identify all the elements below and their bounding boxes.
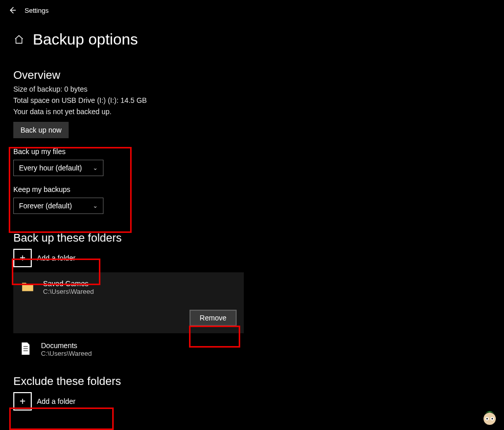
keep-backups-value: Forever (default) xyxy=(19,202,72,210)
selected-folder-name: Saved Games xyxy=(43,280,94,288)
back-button[interactable] xyxy=(6,4,18,16)
svg-point-3 xyxy=(487,418,488,420)
remove-folder-button[interactable]: Remove xyxy=(190,310,237,326)
document-icon xyxy=(18,341,33,356)
add-backup-folder-label: Add a folder xyxy=(37,254,76,262)
svg-point-0 xyxy=(484,413,496,425)
total-space-text: Total space on USB Drive (I:) (I:): 14.5… xyxy=(13,96,504,104)
annotation-highlight xyxy=(9,407,114,430)
backup-folders-heading: Back up these folders xyxy=(13,231,504,245)
chevron-down-icon: ⌄ xyxy=(93,202,98,209)
chevron-down-icon: ⌄ xyxy=(93,164,98,171)
folder-item-path: C:\Users\Wareed xyxy=(41,350,92,357)
selected-folder-path: C:\Users\Wareed xyxy=(43,288,94,295)
app-title: Settings xyxy=(25,7,49,14)
add-backup-folder-button[interactable]: + Add a folder xyxy=(13,249,504,267)
svg-point-4 xyxy=(492,418,493,420)
keep-backups-dropdown[interactable]: Forever (default) ⌄ xyxy=(13,198,103,214)
overview-heading: Overview xyxy=(13,69,504,82)
add-exclude-folder-button[interactable]: + Add a folder xyxy=(13,392,504,411)
backup-status-text: Your data is not yet backed up. xyxy=(13,107,504,116)
folder-icon xyxy=(20,280,35,294)
selected-folder-card[interactable]: Saved Games C:\Users\Wareed Remove xyxy=(13,272,244,333)
home-icon[interactable] xyxy=(13,34,25,45)
folder-list-item[interactable]: Documents C:\Users\Wareed xyxy=(13,341,504,357)
mascot-icon xyxy=(478,404,501,427)
backup-frequency-dropdown[interactable]: Every hour (default) ⌄ xyxy=(13,160,103,176)
backup-now-button[interactable]: Back up now xyxy=(13,122,69,138)
folder-item-name: Documents xyxy=(41,341,92,350)
add-exclude-folder-label: Add a folder xyxy=(37,397,76,405)
exclude-folders-heading: Exclude these folders xyxy=(13,375,504,388)
backup-frequency-label: Back up my files xyxy=(13,147,504,156)
backup-frequency-value: Every hour (default) xyxy=(19,164,82,172)
backup-size-text: Size of backup: 0 bytes xyxy=(13,85,504,93)
keep-backups-label: Keep my backups xyxy=(13,185,504,193)
plus-icon: + xyxy=(13,249,32,267)
page-title: Backup options xyxy=(33,31,138,48)
plus-icon: + xyxy=(13,392,32,411)
